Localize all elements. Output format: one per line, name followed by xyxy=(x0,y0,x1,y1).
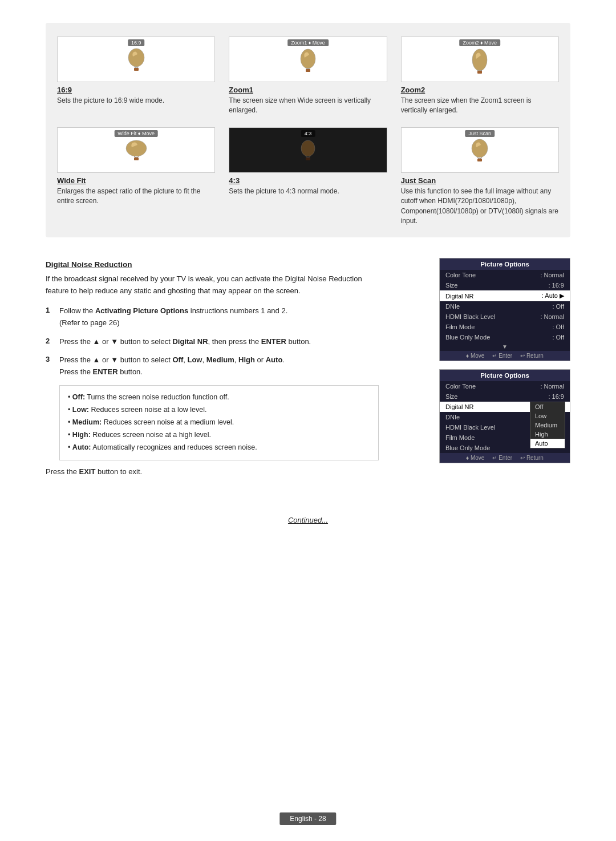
step-text-3: Press the ▲ or ▼ button to select Off, L… xyxy=(59,354,285,378)
mode-label-bar-justscan: Just Scan xyxy=(465,130,495,137)
mode-thumb-widefit: Wide Fit ♦ Move xyxy=(57,127,215,173)
mode-desc-zoom2: The screen size when the Zoom1 screen is… xyxy=(401,96,559,116)
svg-point-10 xyxy=(472,139,488,157)
panel2: Picture Options Color Tone : Normal Size… xyxy=(439,369,570,463)
step-2: 2 Press the ▲ or ▼ button to select Digi… xyxy=(46,336,422,348)
mode-desc-43: Sets the picture to 4:3 normal mode. xyxy=(229,187,387,196)
panel1-row-blue: Blue Only Mode : Off xyxy=(440,332,570,342)
svg-point-6 xyxy=(126,140,147,156)
balloon-icon-zoom2 xyxy=(465,46,495,76)
mode-title-widefit: Wide Fit xyxy=(57,176,215,185)
svg-rect-9 xyxy=(306,157,310,160)
svg-rect-5 xyxy=(477,71,482,74)
mode-item-169: 16:9 16:9 Sets the picture to 16:9 wide … xyxy=(57,37,215,116)
mode-title-zoom2: Zoom2 xyxy=(401,86,559,94)
panel2-row-color-tone: Color Tone : Normal xyxy=(440,381,570,391)
mode-title-justscan: Just Scan xyxy=(401,176,559,185)
panel1: Picture Options Color Tone : Normal Size… xyxy=(439,258,570,361)
svg-rect-7 xyxy=(134,157,139,160)
step-num-1: 1 xyxy=(46,305,59,314)
bullet-item-high: • High: Reduces screen noise at a high l… xyxy=(68,429,370,440)
section-heading: Digital Noise Reduction xyxy=(46,260,422,269)
panel1-row-digital-nr: Digital NR : Auto ▶ xyxy=(440,290,570,301)
svg-point-4 xyxy=(472,49,487,71)
steps: 1 Follow the Activating Picture Options … xyxy=(46,305,422,378)
panel1-title: Picture Options xyxy=(440,258,570,270)
page-footer: English - 28 xyxy=(279,812,336,825)
balloon-icon-169 xyxy=(121,46,151,76)
mode-thumb-zoom1: Zoom1 ♦ Move xyxy=(229,37,387,82)
panel2-footer: ♦ Move ↵ Enter ↩ Return xyxy=(440,453,570,463)
balloon-icon-zoom1 xyxy=(293,46,323,76)
mode-item-justscan: Just Scan Just Scan Use this function to… xyxy=(401,127,559,227)
mode-item-zoom1: Zoom1 ♦ Move Zoom1 The screen size when … xyxy=(229,37,387,116)
step-3: 3 Press the ▲ or ▼ button to select Off,… xyxy=(46,354,422,378)
mode-label-bar-43: 4:3 xyxy=(301,130,315,137)
right-col: Picture Options Color Tone : Normal Size… xyxy=(439,258,570,463)
panel1-row-color-tone: Color Tone : Normal xyxy=(440,270,570,280)
svg-rect-1 xyxy=(134,68,139,71)
mode-item-43: 4:3 4:3 Sets the picture to 4:3 normal m… xyxy=(229,127,387,227)
balloon-icon-widefit xyxy=(121,137,151,167)
bullet-item-auto: • Auto: Automatically recognizes and red… xyxy=(68,442,370,453)
bullet-item-low: • Low: Reduces screen noise at a low lev… xyxy=(68,404,370,415)
dropdown-list: Off Low Medium High Auto xyxy=(530,402,565,448)
bullet-box: • Off: Turns the screen noise reduction … xyxy=(59,385,379,460)
step-num-3: 3 xyxy=(46,354,59,363)
modes-grid: 16:9 16:9 Sets the picture to 16:9 wide … xyxy=(57,37,559,226)
panel1-row-dnie: DNIe : Off xyxy=(440,301,570,312)
svg-rect-3 xyxy=(306,69,310,72)
svg-point-2 xyxy=(301,49,315,68)
mode-label-bar-zoom2: Zoom2 ♦ Move xyxy=(460,39,501,46)
step-1: 1 Follow the Activating Picture Options … xyxy=(46,305,422,329)
panel2-title: Picture Options xyxy=(440,370,570,381)
dropdown-option-low[interactable]: Low xyxy=(530,411,565,420)
balloon-icon-43 xyxy=(293,137,323,167)
panel1-footer: ♦ Move ↵ Enter ↩ Return xyxy=(440,351,570,361)
mode-label-bar-widefit: Wide Fit ♦ Move xyxy=(114,130,158,137)
dropdown-option-medium[interactable]: Medium xyxy=(530,420,565,430)
panel2-dropdown-area: Digital NR DNIe HDMI Black Level Fi xyxy=(440,402,570,453)
svg-rect-11 xyxy=(477,159,482,161)
mode-desc-zoom1: The screen size when Wide screen is vert… xyxy=(229,96,387,116)
panel2-row-size: Size : 16:9 xyxy=(440,391,570,402)
step-num-2: 2 xyxy=(46,336,59,345)
picture-modes-box: 16:9 16:9 Sets the picture to 16:9 wide … xyxy=(46,23,570,237)
mode-title-43: 4:3 xyxy=(229,176,387,185)
mode-label-bar-169: 16:9 xyxy=(128,39,145,46)
mode-desc-justscan: Use this function to see the full image … xyxy=(401,187,559,227)
bullet-item-off: • Off: Turns the screen noise reduction … xyxy=(68,391,370,403)
continued-text: Continued... xyxy=(46,516,570,524)
mode-item-widefit: Wide Fit ♦ Move Wide Fit Enlarges the as… xyxy=(57,127,215,227)
mode-label-bar-zoom1: Zoom1 ♦ Move xyxy=(287,39,329,46)
mode-thumb-169: 16:9 xyxy=(57,37,215,82)
panel1-row-hdmi: HDMI Black Level : Normal xyxy=(440,312,570,322)
svg-point-8 xyxy=(301,140,315,156)
mode-title-zoom1: Zoom1 xyxy=(229,86,387,94)
step-text-2: Press the ▲ or ▼ button to select Digita… xyxy=(59,336,311,348)
balloon-icon-justscan xyxy=(465,137,495,167)
mode-desc-169: Sets the picture to 16:9 wide mode. xyxy=(57,96,215,106)
dropdown-option-off[interactable]: Off xyxy=(530,402,565,411)
left-col: Digital Noise Reduction If the broadcast… xyxy=(46,258,422,493)
main-layout: Digital Noise Reduction If the broadcast… xyxy=(46,258,570,493)
panel1-row-size: Size : 16:9 xyxy=(440,280,570,290)
bullet-item-medium: • Medium: Reduces screen noise at a medi… xyxy=(68,417,370,428)
exit-line: Press the EXIT button to exit. xyxy=(46,467,422,476)
panel1-arrow-down: ▼ xyxy=(440,342,570,351)
dropdown-option-auto[interactable]: Auto xyxy=(530,439,565,448)
panel1-row-film: Film Mode : Off xyxy=(440,322,570,332)
page-content: 16:9 16:9 Sets the picture to 16:9 wide … xyxy=(0,0,616,593)
svg-point-0 xyxy=(128,48,144,67)
mode-thumb-justscan: Just Scan xyxy=(401,127,559,173)
mode-thumb-43: 4:3 xyxy=(229,127,387,173)
mode-title-169: 16:9 xyxy=(57,86,215,94)
section-intro: If the broadcast signal received by your… xyxy=(46,273,376,297)
mode-item-zoom2: Zoom2 ♦ Move Zoom2 The screen size when … xyxy=(401,37,559,116)
mode-desc-widefit: Enlarges the aspect ratio of the picture… xyxy=(57,187,215,207)
mode-thumb-zoom2: Zoom2 ♦ Move xyxy=(401,37,559,82)
dropdown-option-high[interactable]: High xyxy=(530,430,565,439)
step-text-1: Follow the Activating Picture Options in… xyxy=(59,305,287,329)
